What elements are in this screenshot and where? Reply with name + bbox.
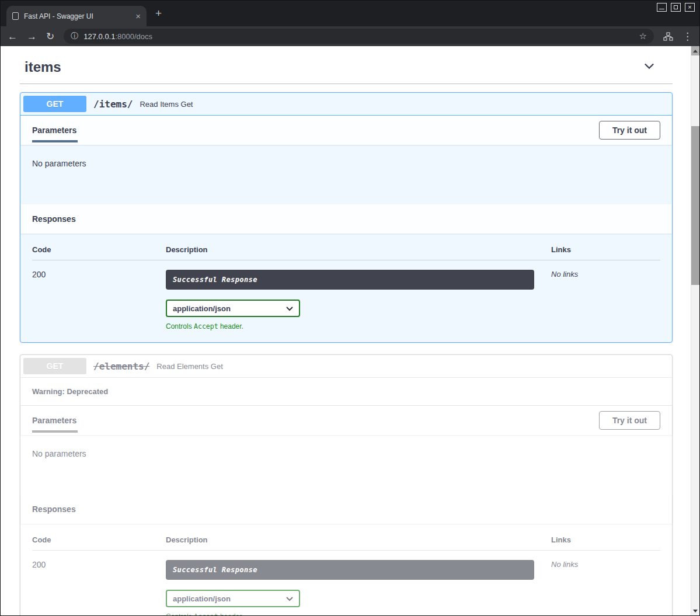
browser-menu-icon[interactable]: ⋮ [682, 30, 692, 43]
try-it-out-button[interactable]: Try it out [599, 411, 660, 430]
arrow-down-icon [693, 610, 698, 612]
parameters-header: Parameters Try it out [20, 116, 672, 145]
accept-note-code: Accept [194, 612, 218, 615]
media-type-select[interactable]: application/json [166, 590, 300, 607]
response-code: 200 [32, 270, 166, 330]
links-column-header: Links [551, 535, 660, 544]
method-badge: GET [23, 96, 86, 112]
accept-header-note: Controls Accept header. [166, 322, 551, 330]
response-description: Successful Response [166, 270, 534, 290]
description-column-header: Description [166, 245, 551, 254]
browser-window: Fast API - Swagger UI × + × ← → ↻ ⓘ 127.… [0, 0, 700, 616]
accept-note-suffix: header. [218, 612, 243, 615]
responses-table: Code Description Links 200 Successful Re… [20, 234, 672, 342]
site-hierarchy-icon[interactable] [663, 32, 673, 41]
response-code: 200 [32, 560, 166, 615]
response-description-cell: Successful Response application/json Con… [166, 270, 551, 330]
arrow-up-icon [693, 50, 698, 53]
code-column-header: Code [32, 535, 166, 544]
operation-summary[interactable]: GET /elements/ Read Elements Get [20, 355, 672, 378]
opblock-get-elements-deprecated: GET /elements/ Read Elements Get Warning… [20, 354, 673, 615]
chevron-down-icon [286, 303, 293, 314]
no-parameters-text: No parameters [20, 145, 672, 204]
operation-summary-text: Read Elements Get [156, 362, 222, 371]
section-title: items [25, 59, 61, 75]
bookmark-star-icon[interactable]: ☆ [639, 31, 647, 41]
minimize-icon [659, 9, 664, 9]
accept-note-prefix: Controls [166, 322, 194, 330]
responses-table-header: Code Description Links [32, 535, 660, 551]
response-description-cell: Successful Response application/json Con… [166, 560, 551, 615]
deprecated-warning: Warning: Deprecated [20, 378, 672, 406]
responses-table-header: Code Description Links [32, 245, 660, 260]
accept-note-code: Accept [194, 322, 218, 330]
page-favicon-icon [12, 12, 19, 20]
accept-note-prefix: Controls [166, 612, 194, 615]
response-links: No links [551, 270, 660, 330]
response-description: Successful Response [166, 560, 534, 580]
titlebar: Fast API - Swagger UI × + × [1, 1, 699, 26]
tab-title: Fast API - Swagger UI [24, 12, 130, 20]
opblock-get-items: GET /items/ Read Items Get Parameters Tr… [20, 92, 673, 343]
minimize-button[interactable] [657, 3, 667, 12]
scroll-up-button[interactable] [691, 46, 699, 55]
chevron-down-icon [286, 593, 293, 604]
description-column-header: Description [166, 535, 551, 544]
address-bar[interactable]: ⓘ 127.0.0.1:8000/docs ☆ [64, 29, 654, 44]
scrollbar-thumb[interactable] [691, 126, 699, 285]
responses-header: Responses [20, 204, 672, 234]
new-tab-button[interactable]: + [155, 8, 162, 19]
url-text: 127.0.0.1:8000/docs [83, 32, 152, 41]
close-window-button[interactable]: × [685, 3, 695, 12]
operation-path: /items/ [86, 99, 140, 110]
media-type-value: application/json [173, 304, 231, 313]
vertical-scrollbar[interactable] [691, 46, 699, 615]
response-links: No links [551, 560, 660, 615]
browser-tab[interactable]: Fast API - Swagger UI × [6, 6, 147, 26]
window-controls: × [657, 3, 695, 12]
no-parameters-text: No parameters [20, 435, 672, 495]
response-row: 200 Successful Response application/json… [32, 551, 660, 615]
tag-section-header[interactable]: items [20, 53, 673, 84]
parameters-header: Parameters Try it out [20, 406, 672, 435]
reload-icon[interactable]: ↻ [46, 32, 54, 41]
url-path: :8000/docs [115, 32, 152, 41]
responses-table: Code Description Links 200 Successful Re… [20, 524, 672, 615]
forward-icon[interactable]: → [27, 32, 37, 41]
response-row: 200 Successful Response application/json… [32, 260, 660, 330]
accept-note-suffix: header. [218, 322, 243, 330]
chevron-down-icon[interactable] [642, 59, 656, 75]
try-it-out-button[interactable]: Try it out [599, 121, 660, 140]
back-icon[interactable]: ← [8, 32, 18, 41]
operation-path: /elements/ [86, 361, 156, 372]
media-type-value: application/json [173, 594, 231, 603]
url-host: 127.0.0.1 [83, 32, 115, 41]
method-badge: GET [23, 358, 86, 374]
code-column-header: Code [32, 245, 166, 254]
responses-header: Responses [20, 495, 672, 524]
links-column-header: Links [551, 245, 660, 254]
parameters-tab[interactable]: Parameters [32, 416, 76, 425]
browser-toolbar: ← → ↻ ⓘ 127.0.0.1:8000/docs ☆ ⋮ [1, 26, 699, 46]
responses-title: Responses [32, 214, 76, 224]
swagger-page: items GET /items/ Read Items Get Paramet… [1, 46, 699, 615]
scroll-down-button[interactable] [691, 606, 699, 615]
close-tab-icon[interactable]: × [135, 12, 141, 20]
operation-summary-text: Read Items Get [140, 100, 193, 109]
operation-summary[interactable]: GET /items/ Read Items Get [20, 93, 672, 116]
media-type-select[interactable]: application/json [166, 300, 300, 317]
accept-header-note: Controls Accept header. [166, 612, 551, 615]
maximize-icon [674, 5, 678, 9]
parameters-tab[interactable]: Parameters [32, 126, 76, 135]
site-info-icon[interactable]: ⓘ [71, 31, 78, 41]
maximize-button[interactable] [671, 3, 681, 12]
responses-title: Responses [32, 504, 76, 514]
